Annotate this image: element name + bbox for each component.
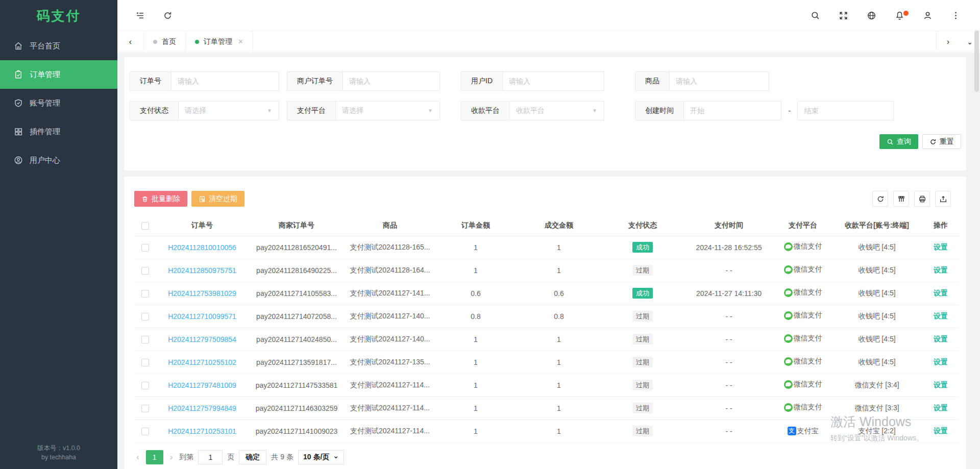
order-number-link[interactable]: H2024112810010056	[168, 243, 236, 252]
sidebar-item-label: 平台首页	[30, 41, 60, 51]
filter-select[interactable]: 收款平台	[510, 102, 604, 120]
user-icon[interactable]	[917, 5, 938, 26]
order-number-link[interactable]: H2024112710253101	[168, 427, 236, 435]
settings-link[interactable]: 设置	[934, 312, 948, 320]
date-range-separator: -	[788, 106, 791, 115]
refresh-page-icon[interactable]	[157, 5, 178, 26]
platform-name: 微信支付	[794, 311, 822, 320]
goto-page-input[interactable]	[198, 450, 223, 464]
pagination: 1 到第 页 确定 共 9 条 10 条/页	[134, 450, 966, 464]
sidebar-item-user[interactable]: 用户中心	[0, 146, 117, 175]
current-page-button[interactable]: 1	[146, 450, 163, 464]
filter-select[interactable]: 请选择	[336, 102, 439, 120]
date-start-input[interactable]	[684, 102, 781, 120]
more-icon[interactable]	[945, 5, 966, 26]
plugin-icon	[14, 127, 23, 136]
goto-confirm-button[interactable]: 确定	[239, 450, 266, 464]
version-author: by techhaha	[0, 453, 117, 462]
prev-page-icon[interactable]	[134, 452, 141, 462]
filter-text-input[interactable]	[670, 72, 769, 90]
table-row: H2024112810010056 pay2024112816520491...…	[134, 236, 959, 259]
reset-button[interactable]: 重置	[922, 134, 961, 149]
row-checkbox[interactable]	[141, 244, 149, 252]
next-page-icon[interactable]	[168, 452, 175, 462]
chevron-down-icon	[266, 107, 273, 114]
tab-首页[interactable]: 首页	[144, 31, 186, 52]
settings-link[interactable]: 设置	[934, 404, 948, 412]
export-icon[interactable]	[935, 191, 951, 207]
filter-label: 商品	[635, 72, 670, 90]
table-row: H2024112797509854 pay2024112714024850...…	[134, 328, 959, 351]
row-checkbox[interactable]	[141, 313, 149, 320]
tab-scroll-left-icon[interactable]: ‹	[117, 31, 144, 52]
settings-link[interactable]: 设置	[934, 335, 948, 343]
sidebar-item-plugin[interactable]: 插件管理	[0, 117, 117, 146]
paid-amount-cell: 1	[516, 328, 602, 351]
order-number-link[interactable]: H2024112797509854	[168, 335, 236, 343]
fullscreen-icon[interactable]	[833, 5, 853, 26]
filter-select-group: 支付平台 请选择	[287, 101, 440, 120]
merchant-order-cell: pay202411271141009023	[249, 419, 345, 442]
wechat-icon	[784, 380, 793, 389]
row-checkbox[interactable]	[141, 336, 149, 343]
bell-icon[interactable]	[889, 5, 910, 26]
receiver-cell: 收钱吧 [4:5]	[831, 305, 922, 328]
settings-link[interactable]: 设置	[934, 243, 948, 251]
settings-link[interactable]: 设置	[934, 381, 948, 389]
order-number-link[interactable]: H2024112710255102	[168, 358, 236, 366]
wechat-icon	[784, 357, 793, 366]
row-checkbox[interactable]	[141, 267, 149, 275]
settings-link[interactable]: 设置	[934, 358, 948, 366]
version-info: 版本号：v1.0.0 by techhaha	[0, 443, 117, 462]
order-number-link[interactable]: H2024112797481009	[168, 381, 236, 389]
filter-text-input[interactable]	[503, 72, 604, 90]
filter-input-group: 订单号	[130, 71, 279, 91]
settings-link[interactable]: 设置	[934, 266, 948, 274]
sidebar-item-home[interactable]: 平台首页	[0, 32, 117, 60]
home-icon	[14, 41, 23, 51]
date-end-input[interactable]	[798, 102, 893, 120]
row-checkbox[interactable]	[141, 290, 149, 298]
table-row: H2024112710255102 pay2024112713591817...…	[134, 351, 959, 374]
tab-close-icon[interactable]	[238, 38, 243, 45]
tab-scroll-right-icon[interactable]: ›	[936, 31, 960, 52]
order-number-link[interactable]: H2024112710099571	[168, 312, 236, 320]
order-number-link[interactable]: H2024112753981029	[168, 289, 236, 298]
filter-text-input[interactable]	[343, 72, 439, 90]
row-checkbox[interactable]	[141, 428, 149, 435]
platform-name: 微信支付	[794, 242, 822, 251]
globe-icon[interactable]	[861, 5, 881, 26]
page-size-select[interactable]: 10 条/页	[298, 450, 344, 464]
sidebar-item-label: 用户中心	[30, 156, 60, 165]
query-button[interactable]: 查询	[879, 134, 918, 149]
filter-select[interactable]: 请选择	[179, 102, 279, 120]
search-icon[interactable]	[805, 5, 825, 26]
sidebar-item-account[interactable]: 账号管理	[0, 89, 117, 117]
filter-text-input[interactable]	[172, 72, 279, 90]
row-checkbox[interactable]	[141, 405, 149, 412]
clear-expired-button[interactable]: 清空过期	[191, 191, 244, 207]
sidebar-item-order[interactable]: 订单管理	[0, 60, 117, 89]
order-number-link[interactable]: H2024112757994849	[168, 404, 236, 412]
tab-订单管理[interactable]: 订单管理	[186, 31, 253, 52]
pay-time-cell: - -	[683, 374, 774, 397]
collapse-menu-icon[interactable]	[130, 5, 150, 26]
row-checkbox[interactable]	[141, 382, 149, 389]
print-icon[interactable]	[914, 191, 930, 207]
table-refresh-icon[interactable]	[872, 191, 888, 207]
tab-spacer	[253, 31, 936, 52]
settings-link[interactable]: 设置	[934, 427, 948, 435]
table-row: H2024112710099571 pay2024112714072058...…	[134, 305, 959, 328]
column-header: 订单号	[156, 215, 249, 236]
sidebar-item-label: 订单管理	[30, 70, 60, 80]
row-checkbox[interactable]	[141, 359, 149, 366]
receiver-cell: 微信支付 [3:4]	[831, 374, 922, 397]
batch-delete-button[interactable]: 批量删除	[134, 191, 187, 207]
pay-time-cell: - -	[683, 397, 774, 419]
app-logo: 码支付	[0, 0, 117, 32]
scrollbar-thumb[interactable]	[974, 31, 979, 92]
column-filter-icon[interactable]	[893, 191, 909, 207]
order-number-link[interactable]: H2024112850975751	[168, 266, 236, 275]
select-all-checkbox[interactable]	[141, 222, 149, 230]
settings-link[interactable]: 设置	[934, 289, 948, 297]
